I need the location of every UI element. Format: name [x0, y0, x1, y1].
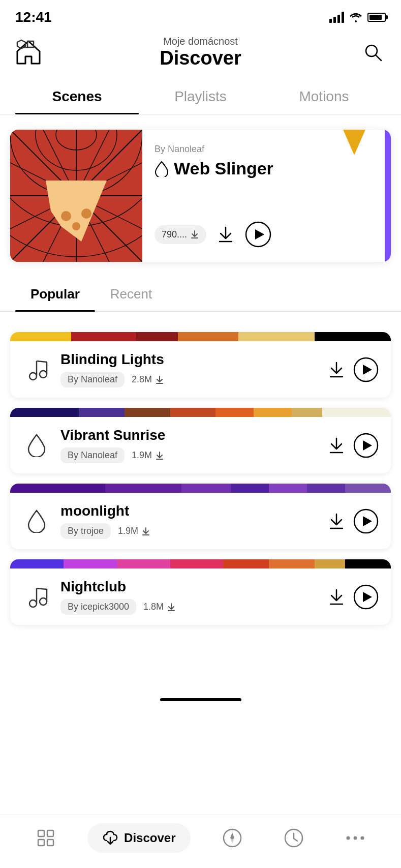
featured-actions: 790.... — [155, 221, 379, 248]
download-small-icon — [190, 230, 199, 239]
scene-name: Vibrant Sunrise — [60, 427, 318, 443]
music-icon — [22, 583, 50, 611]
scene-play-button[interactable] — [353, 433, 379, 458]
featured-section: By Nanoleaf Web Slinger 790.... — [0, 130, 401, 277]
scene-author: By trojoe — [60, 523, 111, 539]
nav-discover-button[interactable]: Discover — [87, 823, 191, 853]
scene-card[interactable]: moonlight By trojoe 1.9M — [10, 484, 391, 549]
scene-downloads: 2.8M — [132, 374, 164, 385]
header-subtitle: Moje domácnost — [46, 36, 355, 47]
svg-rect-56 — [38, 840, 44, 846]
nav-explore-button[interactable] — [212, 824, 252, 852]
scene-actions — [328, 433, 379, 458]
scene-name: Blinding Lights — [60, 351, 318, 368]
status-icons — [329, 12, 386, 23]
scene-play-button[interactable] — [353, 508, 379, 534]
svg-point-22 — [81, 208, 91, 219]
sub-tab-recent[interactable]: Recent — [95, 277, 167, 311]
scene-card[interactable]: Blinding Lights By Nanoleaf 2.8M — [10, 332, 391, 398]
compass-icon — [223, 828, 242, 848]
scene-download-button[interactable] — [328, 588, 345, 606]
play-icon — [353, 357, 379, 382]
scene-card[interactable]: Nightclub By icepick3000 1.8M — [10, 559, 391, 625]
download-tiny-icon — [155, 451, 164, 460]
featured-card[interactable]: By Nanoleaf Web Slinger 790.... — [10, 130, 391, 262]
svg-point-46 — [40, 598, 47, 605]
scene-color-bar — [10, 484, 391, 493]
scene-download-button[interactable] — [328, 361, 345, 378]
play-icon — [353, 433, 379, 458]
download-icon — [217, 225, 235, 244]
download-count-button[interactable]: 790.... — [155, 225, 206, 244]
home-indicator — [160, 698, 241, 701]
scene-details: Blinding Lights By Nanoleaf 2.8M — [60, 351, 318, 387]
svg-point-66 — [360, 836, 364, 840]
svg-point-65 — [353, 836, 357, 840]
scene-actions — [328, 508, 379, 534]
header-right — [355, 40, 386, 65]
play-icon — [353, 584, 379, 610]
cloud-download-icon — [103, 830, 118, 846]
nav-home-button[interactable] — [26, 824, 66, 852]
scene-download-button[interactable] — [328, 437, 345, 454]
music-icon — [22, 355, 50, 383]
svg-line-63 — [294, 839, 297, 841]
download-icon — [328, 437, 345, 454]
download-icon — [328, 513, 345, 530]
drop-icon — [22, 507, 50, 535]
scene-card[interactable]: Vibrant Sunrise By Nanoleaf 1.9M — [10, 408, 391, 473]
featured-image — [10, 130, 142, 262]
play-icon — [353, 508, 379, 534]
scene-details: Nightclub By icepick3000 1.8M — [60, 579, 318, 615]
svg-marker-27 — [255, 229, 264, 240]
scene-actions — [328, 584, 379, 610]
header-center: Moje domácnost Discover — [46, 36, 355, 69]
play-icon — [245, 221, 271, 248]
nav-history-button[interactable] — [274, 824, 314, 852]
download-tiny-icon — [141, 527, 150, 536]
search-icon — [363, 42, 383, 63]
scene-play-button[interactable] — [353, 584, 379, 610]
svg-point-45 — [29, 600, 37, 607]
svg-line-49 — [37, 588, 47, 589]
tab-motions[interactable]: Motions — [262, 79, 386, 114]
svg-rect-55 — [47, 830, 53, 836]
home-nav-icon — [36, 828, 55, 848]
search-button[interactable] — [360, 40, 386, 65]
tab-playlists[interactable]: Playlists — [139, 79, 262, 114]
download-button[interactable] — [217, 225, 235, 244]
scenes-list: Blinding Lights By Nanoleaf 2.8M — [0, 327, 401, 630]
right-edge — [385, 130, 391, 262]
scene-details: moonlight By trojoe 1.9M — [60, 503, 318, 539]
download-icon — [328, 588, 345, 606]
wifi-icon — [349, 12, 362, 22]
bottom-nav: Discover — [0, 815, 401, 868]
sub-tabs: Popular Recent — [0, 277, 401, 312]
scene-actions — [328, 357, 379, 382]
play-button[interactable] — [245, 221, 271, 248]
clock-icon — [284, 828, 303, 848]
bookmark-icon — [343, 130, 365, 155]
scene-downloads: 1.9M — [132, 450, 164, 461]
svg-marker-36 — [363, 365, 372, 375]
header: Moje domácnost Discover — [0, 31, 401, 79]
scene-author: By Nanoleaf — [60, 372, 125, 387]
scene-author: By Nanoleaf — [60, 447, 125, 463]
scene-name: moonlight — [60, 503, 318, 519]
svg-point-23 — [72, 222, 80, 230]
header-title: Discover — [46, 47, 355, 69]
svg-point-28 — [29, 373, 37, 380]
svg-marker-53 — [363, 592, 372, 602]
nav-more-button[interactable] — [335, 830, 375, 846]
scene-color-bar — [10, 559, 391, 568]
svg-line-32 — [37, 361, 47, 362]
scene-play-button[interactable] — [353, 357, 379, 382]
svg-marker-40 — [363, 440, 372, 451]
tab-scenes[interactable]: Scenes — [15, 79, 139, 114]
battery-icon — [367, 13, 386, 22]
scene-download-button[interactable] — [328, 513, 345, 530]
drop-icon — [155, 161, 169, 177]
sub-tab-popular[interactable]: Popular — [15, 277, 95, 311]
home-icon — [15, 39, 46, 66]
svg-line-5 — [376, 55, 381, 61]
